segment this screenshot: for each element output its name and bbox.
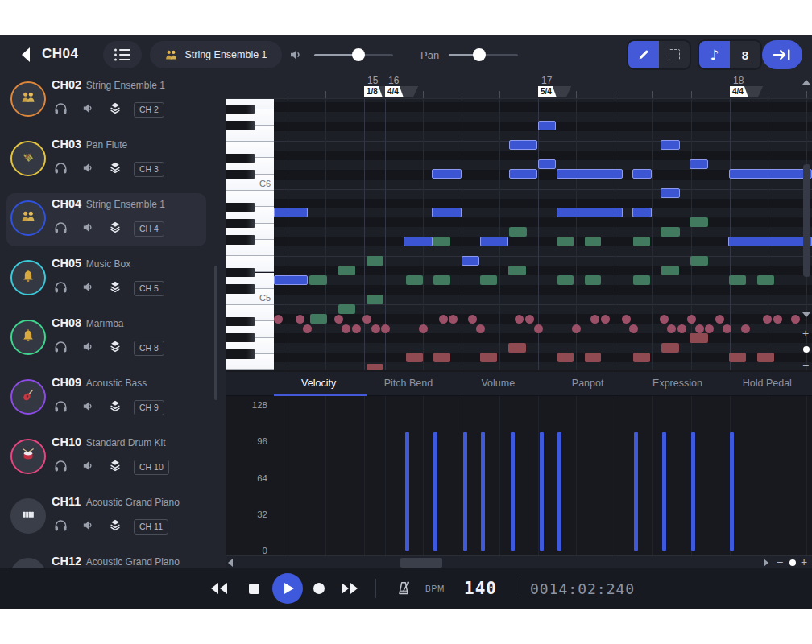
monitor-headphones-button[interactable] <box>52 459 69 476</box>
midi-note-blue[interactable] <box>661 188 680 198</box>
midi-note-maroon[interactable] <box>480 353 497 362</box>
drum-hit-dot[interactable] <box>274 315 283 324</box>
drum-hit-dot[interactable] <box>763 315 772 324</box>
midi-note-maroon[interactable] <box>661 343 679 353</box>
note-grid[interactable] <box>274 99 812 370</box>
midi-note-green[interactable] <box>309 275 327 285</box>
midi-note-maroon[interactable] <box>757 353 774 362</box>
midi-note-green[interactable] <box>338 304 355 314</box>
midi-note-green[interactable] <box>508 266 526 275</box>
drum-hit-dot[interactable] <box>660 315 669 324</box>
velocity-bar[interactable] <box>405 432 409 551</box>
vertical-zoom-in-button[interactable]: + <box>802 328 809 338</box>
layers-button[interactable] <box>106 160 124 178</box>
velocity-bar[interactable] <box>540 432 544 551</box>
midi-note-green[interactable] <box>757 275 774 285</box>
midi-note-green[interactable] <box>406 275 423 285</box>
midi-note-blue[interactable] <box>509 169 537 179</box>
piano-key-black[interactable] <box>226 105 255 114</box>
midi-note-blue[interactable] <box>632 169 652 179</box>
timeline-ruler[interactable]: 151/8164/4175/4184/4 <box>226 74 812 99</box>
midi-note-green[interactable] <box>585 275 601 285</box>
midi-note-maroon[interactable] <box>406 353 423 362</box>
piano-key-black[interactable] <box>226 333 255 343</box>
drum-hit-dot[interactable] <box>439 315 448 324</box>
piano-key-black[interactable] <box>226 154 255 163</box>
tab-expression[interactable]: Expression <box>632 372 722 396</box>
drum-hit-dot[interactable] <box>362 315 371 324</box>
drum-hit-dot[interactable] <box>303 324 312 333</box>
drum-hit-dot[interactable] <box>371 324 380 333</box>
metronome-button[interactable] <box>395 568 412 609</box>
drum-hit-dot[interactable] <box>534 324 543 333</box>
tab-volume[interactable]: Volume <box>454 372 543 396</box>
scroll-left-button[interactable] <box>228 559 233 567</box>
channel-volume-button[interactable] <box>79 399 97 416</box>
jump-to-bar-button[interactable] <box>762 40 802 69</box>
channel-row-ch02[interactable]: CH02String Ensemble 1CH 2 <box>6 74 206 127</box>
layers-button[interactable] <box>106 398 124 416</box>
drum-hit-dot[interactable] <box>381 324 390 333</box>
midi-note-blue[interactable] <box>432 208 462 217</box>
midi-note-blue[interactable] <box>729 169 812 179</box>
vertical-zoom-handle[interactable] <box>803 346 810 353</box>
channel-list-button[interactable] <box>103 41 142 68</box>
midi-note-green[interactable] <box>633 237 650 246</box>
horizontal-zoom-in-button[interactable]: + <box>801 557 807 567</box>
instrument-select-button[interactable]: String Ensemble 1 <box>150 41 282 68</box>
layers-button[interactable] <box>106 458 124 476</box>
back-button[interactable] <box>19 47 34 63</box>
velocity-bar[interactable] <box>463 432 467 551</box>
bpm-value[interactable]: 140 <box>464 568 497 609</box>
monitor-headphones-button[interactable] <box>52 101 69 118</box>
layers-button[interactable] <box>106 220 124 237</box>
velocity-panel[interactable]: 1289664320 <box>226 396 812 555</box>
channel-row-ch09[interactable]: CH09Acoustic BassCH 9 <box>6 372 206 425</box>
pencil-tool-button[interactable] <box>628 41 659 68</box>
velocity-bar[interactable] <box>691 432 695 551</box>
monitor-headphones-button[interactable] <box>52 399 69 416</box>
volume-slider[interactable] <box>314 54 393 56</box>
layers-button[interactable] <box>106 101 124 118</box>
midi-note-blue[interactable] <box>509 140 537 150</box>
channel-row-ch11[interactable]: CH11Acoustic Grand PianoCH 11 <box>6 491 206 544</box>
volume-slider-thumb[interactable] <box>352 48 365 61</box>
channel-volume-button[interactable] <box>79 459 97 476</box>
scroll-up-button[interactable] <box>802 80 810 85</box>
piano-key-black[interactable] <box>226 349 255 359</box>
channel-volume-button[interactable] <box>79 101 97 118</box>
sidebar-scrollbar[interactable] <box>214 266 218 400</box>
midi-note-blue[interactable] <box>690 159 708 169</box>
horizontal-scrollbar[interactable]: − + <box>226 555 812 568</box>
drum-hit-dot[interactable] <box>677 324 686 333</box>
layers-button[interactable] <box>106 518 124 535</box>
layers-button[interactable] <box>106 339 124 357</box>
drum-hit-dot[interactable] <box>791 315 800 324</box>
scroll-down-button[interactable] <box>802 312 810 317</box>
midi-note-blue[interactable] <box>480 237 508 246</box>
velocity-bar[interactable] <box>634 432 638 551</box>
midi-note-maroon[interactable] <box>557 353 574 362</box>
drum-hit-dot[interactable] <box>695 324 704 333</box>
midi-note-blue[interactable] <box>274 208 308 217</box>
drum-hit-dot[interactable] <box>342 324 350 333</box>
note-length-button[interactable]: ♪ <box>699 41 730 68</box>
midi-note-green[interactable] <box>557 275 574 285</box>
drum-hit-dot[interactable] <box>296 315 304 324</box>
horizontal-scrollbar-thumb[interactable] <box>400 558 442 568</box>
midi-note-blue[interactable] <box>538 159 556 169</box>
drum-hit-dot[interactable] <box>667 324 676 333</box>
midi-note-green[interactable] <box>480 275 497 285</box>
midi-note-green[interactable] <box>367 295 383 304</box>
record-button[interactable] <box>313 568 325 609</box>
scroll-right-button[interactable] <box>764 559 768 567</box>
tab-pitch-bend[interactable]: Pitch Bend <box>363 372 453 396</box>
piano-key-black[interactable] <box>226 235 255 245</box>
midi-note-maroon[interactable] <box>433 353 450 362</box>
drum-hit-dot[interactable] <box>705 324 714 333</box>
velocity-bar[interactable] <box>511 432 515 551</box>
tab-panpot[interactable]: Panpot <box>543 372 632 396</box>
monitor-headphones-button[interactable] <box>52 221 69 237</box>
midi-note-green[interactable] <box>690 217 708 227</box>
midi-note-blue[interactable] <box>404 237 433 246</box>
